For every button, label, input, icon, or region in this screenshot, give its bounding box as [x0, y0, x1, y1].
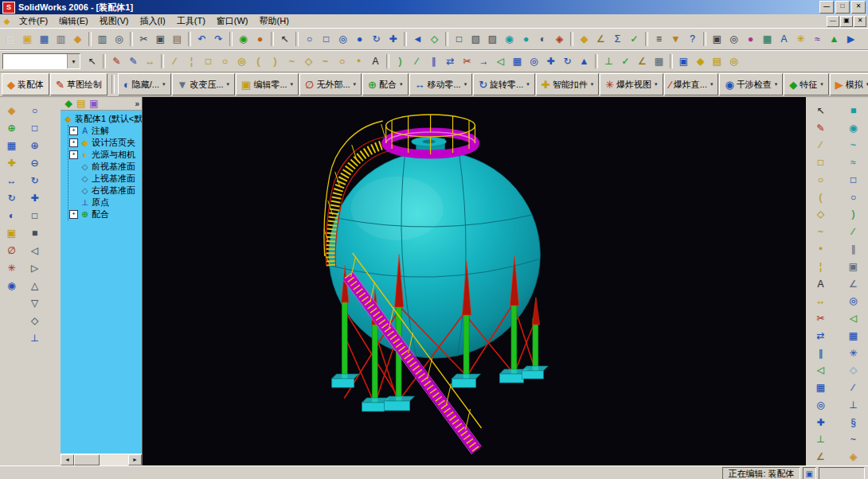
save-icon[interactable]: ▦ [36, 30, 53, 48]
isometric-view-icon[interactable]: ◇ [25, 312, 44, 329]
dropdown-arrow-icon[interactable]: ▾ [464, 81, 467, 88]
rectangle-tool-icon[interactable]: □ [811, 154, 830, 171]
dimension-tool-icon[interactable]: ↔ [811, 292, 830, 310]
shaded-edges-icon[interactable]: ◉ [501, 30, 518, 48]
dropdown-arrow-icon[interactable]: ▾ [162, 81, 166, 88]
chamfer-icon[interactable]: ∕ [844, 223, 862, 240]
line-tool-icon[interactable]: ∕ [811, 137, 830, 154]
new-document-icon[interactable]: ▤ [2, 30, 19, 48]
edit-component-icon[interactable]: ▣ [2, 224, 21, 242]
3d-sketch-icon[interactable]: ✎ [125, 53, 142, 70]
featuremanager-tab-icon[interactable]: ◆ [63, 99, 74, 109]
3d-viewport[interactable] [143, 97, 806, 465]
title-bar[interactable]: S SolidWorks 2006 - [装配体1] — □ ✕ [0, 0, 868, 14]
section-view-icon[interactable]: ◈ [551, 30, 568, 48]
make-assembly-icon[interactable]: ◆ [69, 30, 86, 48]
sketch-tool-icon[interactable]: ✎ [811, 119, 830, 137]
make-drawing-icon[interactable]: ▥ [53, 30, 69, 48]
dropdown-arrow-icon[interactable]: ▾ [591, 81, 594, 88]
circular-pattern-feature-icon[interactable]: ✳ [844, 345, 862, 362]
smart-dimension-icon[interactable]: ↔ [142, 53, 158, 70]
open-document-icon[interactable]: ▣ [19, 30, 36, 48]
linear-sketch-pattern-icon[interactable]: ▦ [509, 53, 526, 70]
combo-dropdown-icon[interactable]: ▼ [67, 54, 80, 68]
scene-icon[interactable]: ▦ [759, 30, 776, 48]
text-icon[interactable]: A [367, 53, 384, 70]
tree-item[interactable]: + ⊕ 配合 [69, 208, 142, 220]
curve-icon[interactable]: ~ [844, 431, 862, 449]
sketch-icon[interactable]: ✎ [108, 53, 125, 70]
display-relations-icon[interactable]: ⊥ [600, 53, 617, 70]
circle-icon[interactable]: ○ [217, 53, 233, 70]
configuration-combo[interactable]: ▼ [2, 53, 80, 69]
dropdown-arrow-icon[interactable]: ▾ [710, 81, 714, 88]
cmd-move-component[interactable]: ↔ 移动零... ▾ [409, 73, 473, 95]
sketch-fillet-icon[interactable]: ) [392, 53, 409, 70]
move-entities-icon[interactable]: ✚ [542, 53, 559, 70]
standard-views-icon[interactable]: ◇ [426, 30, 443, 48]
linear-pattern-feature-icon[interactable]: ▦ [844, 327, 862, 345]
tree-expander[interactable]: + [69, 210, 78, 219]
rib-icon[interactable]: ∥ [844, 240, 862, 258]
cmd-rotate-component[interactable]: ↻ 旋转零... ▾ [473, 73, 535, 95]
print-preview-icon[interactable]: ◎ [111, 30, 127, 48]
lights-icon[interactable]: ✳ [792, 30, 809, 48]
relations-tool-icon[interactable]: ⊥ [811, 431, 830, 449]
dropdown-arrow-icon[interactable]: ▾ [227, 81, 230, 88]
configuration-combo-input[interactable] [3, 54, 67, 68]
select-arrow-icon[interactable]: ↖ [84, 53, 100, 70]
front-view-icon[interactable]: □ [25, 207, 44, 224]
repair-sketch-icon[interactable]: ✓ [617, 53, 634, 70]
point-tool-icon[interactable]: • [811, 240, 830, 258]
centerline-icon[interactable]: ¦ [183, 53, 200, 70]
reference-plane-icon[interactable]: ◇ [844, 361, 862, 379]
zoom-fit-icon[interactable]: ○ [25, 102, 44, 119]
mdi-restore-button[interactable]: ▣ [840, 16, 853, 27]
extruded-boss-icon[interactable]: ■ [844, 102, 862, 119]
balloon-icon[interactable]: ◎ [725, 53, 742, 70]
quick-snaps-icon[interactable]: ∠ [634, 53, 651, 70]
trim-tool-icon[interactable]: ✂ [811, 310, 830, 327]
maximize-button[interactable]: □ [835, 1, 850, 14]
ellipse-icon[interactable]: ○ [334, 53, 350, 70]
move-tool-icon[interactable]: ✚ [811, 414, 830, 431]
hidden-lines-removed-icon[interactable]: ▨ [484, 30, 501, 48]
dropdown-arrow-icon[interactable]: ▾ [291, 81, 294, 88]
cmd-exploded-view[interactable]: ✳ 爆炸视图 ▾ [600, 73, 663, 95]
surface-icon[interactable]: ◈ [844, 448, 862, 465]
extend-entities-icon[interactable]: → [475, 53, 492, 70]
undo-icon[interactable]: ↶ [194, 30, 210, 48]
tree-root-item[interactable]: ◆ 装配体1 (默认<默... [63, 113, 142, 125]
panel-chevron-icon[interactable]: » [135, 99, 139, 108]
close-button[interactable]: ✕ [851, 1, 866, 14]
cmd-mate[interactable]: ⊕ 配合 ▾ [362, 73, 408, 95]
tree-item[interactable]: + A 注解 [69, 125, 142, 137]
polygon-icon[interactable]: ◇ [300, 53, 317, 70]
top-view-icon[interactable]: △ [25, 277, 44, 294]
menu-item[interactable]: 编辑(E) [53, 14, 94, 28]
menu-item[interactable]: 插入(I) [134, 14, 170, 28]
redo-icon[interactable]: ↷ [210, 30, 227, 48]
mate-icon[interactable]: ⊕ [2, 119, 21, 137]
scroll-right-icon[interactable]: ► [128, 454, 142, 465]
convert-entities-icon[interactable]: ⇄ [442, 53, 459, 70]
mirror-tool-icon[interactable]: ◁ [811, 361, 830, 379]
hole-wizard-icon[interactable]: ◎ [844, 292, 862, 310]
revolved-cut-icon[interactable]: ○ [844, 189, 862, 206]
document-icon[interactable]: ◆ [2, 17, 12, 26]
simulation-play-icon[interactable]: ▶ [843, 30, 859, 48]
hide-show-component-icon[interactable]: ◐ [2, 207, 21, 224]
fillet-icon[interactable]: ) [844, 206, 862, 224]
standard-3-view-icon[interactable]: ▣ [675, 53, 692, 70]
tree-item[interactable]: ◇ 右视基准面 [69, 185, 142, 197]
mdi-minimize-button[interactable]: — [827, 16, 839, 27]
minimize-button[interactable]: — [819, 1, 834, 14]
select-tool-icon[interactable]: ↖ [811, 102, 830, 119]
cmd-interference-detection[interactable]: ◉ 干涉检查 ▾ [719, 73, 783, 95]
menu-item[interactable]: 窗口(W) [211, 14, 254, 28]
left-view-icon[interactable]: ◁ [25, 242, 44, 259]
circle-tool-icon[interactable]: ○ [811, 171, 830, 189]
cmd-no-external-references[interactable]: ∅ 无外部... ▾ [299, 73, 362, 95]
snap-tool-icon[interactable]: ∠ [811, 448, 830, 465]
scrollbar-thumb[interactable] [74, 454, 100, 465]
